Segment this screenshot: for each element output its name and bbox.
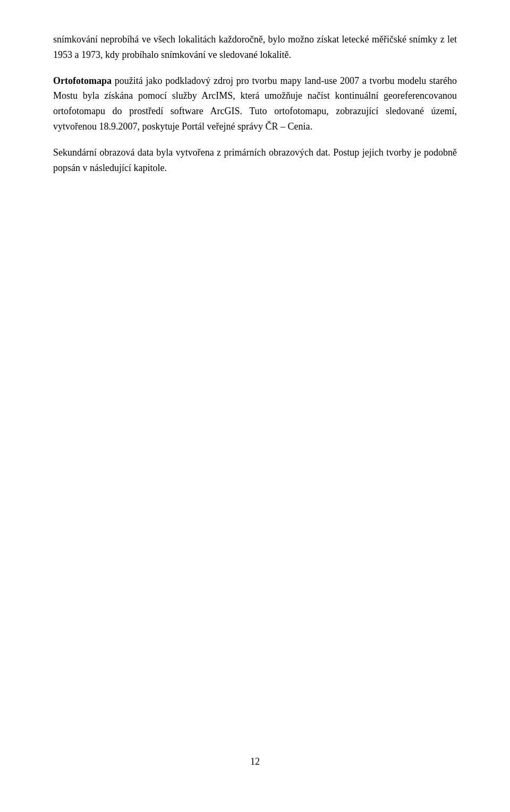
page: snímkování neprobíhá ve všech lokalitách… — [0, 0, 510, 812]
paragraph-2-text: použitá jako podkladový zdroj pro tvorbu… — [53, 75, 457, 132]
paragraph-1-text: snímkování neprobíhá ve všech lokalitách… — [53, 34, 457, 60]
paragraph-2-bold: Ortofotomapa — [53, 75, 112, 86]
paragraph-3: Sekundární obrazová data byla vytvořena … — [53, 145, 457, 176]
page-number-area: 12 — [53, 733, 457, 770]
paragraph-3-text: Sekundární obrazová data byla vytvořena … — [53, 147, 457, 173]
paragraph-2: Ortofotomapa použitá jako podkladový zdr… — [53, 73, 457, 134]
page-number: 12 — [250, 756, 260, 767]
content-area: snímkování neprobíhá ve všech lokalitách… — [53, 32, 457, 733]
paragraph-1: snímkování neprobíhá ve všech lokalitách… — [53, 32, 457, 63]
